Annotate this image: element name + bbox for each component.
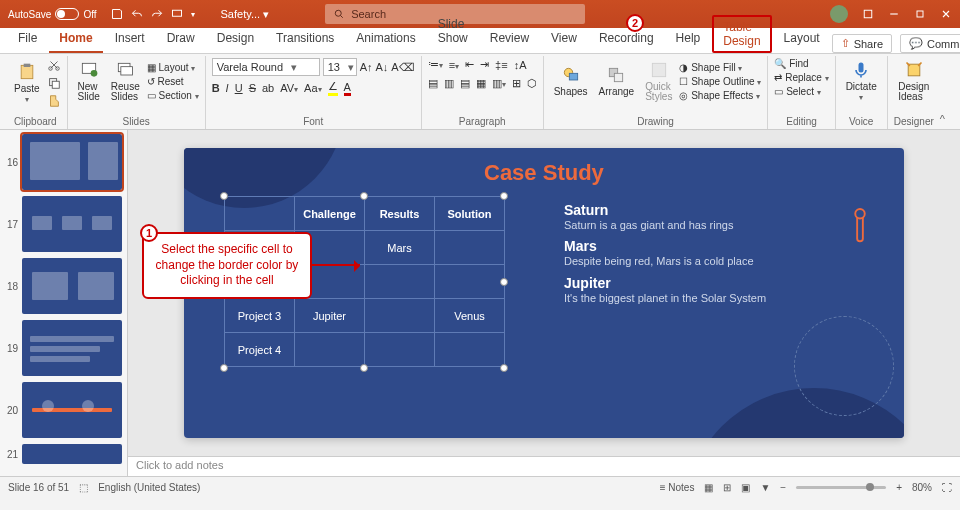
design-ideas-button[interactable]: Design Ideas [894, 58, 934, 104]
slide-indicator[interactable]: Slide 16 of 51 [8, 482, 69, 493]
tab-help[interactable]: Help [666, 27, 711, 53]
redo-icon[interactable] [151, 8, 163, 20]
comments-button[interactable]: 💬Comments [900, 34, 960, 53]
reuse-slides-button[interactable]: Reuse Slides [107, 58, 144, 104]
ribbon-options-icon[interactable] [862, 8, 874, 20]
bold-button[interactable]: B [212, 82, 220, 94]
tab-home[interactable]: Home [49, 27, 102, 53]
line-spacing-button[interactable]: ‡≡ [495, 59, 508, 71]
table-cell[interactable] [295, 333, 365, 367]
table-header[interactable]: Challenge [295, 197, 365, 231]
table-cell[interactable]: Project 4 [225, 333, 295, 367]
tab-animations[interactable]: Animations [346, 27, 425, 53]
tab-table-design[interactable]: Table Design [712, 15, 771, 53]
char-spacing-button[interactable]: AV▾ [280, 82, 298, 94]
view-sorter-icon[interactable]: ⊞ [723, 482, 731, 493]
thumbnail-16[interactable] [22, 134, 122, 190]
format-painter-icon[interactable] [47, 94, 61, 108]
tab-slideshow[interactable]: Slide Show [428, 13, 478, 53]
collapse-ribbon-icon[interactable]: ^ [940, 113, 952, 129]
tab-view[interactable]: View [541, 27, 587, 53]
tab-transitions[interactable]: Transitions [266, 27, 344, 53]
tab-design[interactable]: Design [207, 27, 264, 53]
align-left-button[interactable]: ▤ [428, 77, 438, 90]
language-indicator[interactable]: English (United States) [98, 482, 200, 493]
shape-fill-button[interactable]: ◑ Shape Fill ▾ [679, 62, 761, 73]
table-header[interactable]: Solution [435, 197, 505, 231]
tab-draw[interactable]: Draw [157, 27, 205, 53]
change-case-button[interactable]: Aa▾ [304, 82, 321, 94]
tab-layout[interactable]: Layout [774, 27, 830, 53]
thumbnail-19[interactable] [22, 320, 122, 376]
text-direction-button[interactable]: ↕A [514, 59, 527, 71]
italic-button[interactable]: I [226, 82, 229, 94]
highlight-button[interactable]: ∠ [328, 80, 338, 96]
grow-font-icon[interactable]: A↑ [360, 61, 373, 73]
selection-handle[interactable] [220, 364, 228, 372]
qat-more-icon[interactable]: ▾ [191, 10, 195, 19]
indent-dec-button[interactable]: ⇤ [465, 58, 474, 71]
align-right-button[interactable]: ▤ [460, 77, 470, 90]
slide-title[interactable]: Case Study [484, 160, 604, 186]
table-cell[interactable]: Project 3 [225, 299, 295, 333]
view-reading-icon[interactable]: ▣ [741, 482, 750, 493]
columns-button[interactable]: ▥▾ [492, 77, 506, 90]
bullets-button[interactable]: ≔▾ [428, 58, 443, 71]
reset-button[interactable]: ↺ Reset [147, 76, 199, 87]
thumbnail-17[interactable] [22, 196, 122, 252]
selection-handle[interactable] [500, 364, 508, 372]
table-cell[interactable] [365, 299, 435, 333]
shadow-button[interactable]: ab [262, 82, 274, 94]
new-slide-button[interactable]: New Slide [74, 58, 104, 104]
document-name[interactable]: Safety... ▾ [221, 8, 270, 21]
tab-review[interactable]: Review [480, 27, 539, 53]
font-color-button[interactable]: A [344, 81, 351, 96]
thumbnail-21[interactable] [22, 444, 122, 464]
save-icon[interactable] [111, 8, 123, 20]
shapes-button[interactable]: Shapes [550, 63, 592, 99]
justify-button[interactable]: ▦ [476, 77, 486, 90]
font-name-select[interactable]: Varela Round▾ [212, 58, 320, 76]
thumbnail-18[interactable] [22, 258, 122, 314]
zoom-in-button[interactable]: + [896, 482, 902, 493]
table-cell[interactable] [365, 265, 435, 299]
view-normal-icon[interactable]: ▦ [704, 482, 713, 493]
zoom-out-button[interactable]: − [780, 482, 786, 493]
notes-toggle[interactable]: ≡ Notes [660, 482, 695, 493]
fit-window-icon[interactable]: ⛶ [942, 482, 952, 493]
copy-icon[interactable] [47, 76, 61, 90]
strike-button[interactable]: S [249, 82, 256, 94]
paste-button[interactable]: Paste▾ [10, 60, 44, 106]
shrink-font-icon[interactable]: A↓ [376, 61, 389, 73]
table-cell[interactable] [365, 333, 435, 367]
undo-icon[interactable] [131, 8, 143, 20]
selection-handle[interactable] [360, 192, 368, 200]
maximize-icon[interactable] [914, 8, 926, 20]
table-cell[interactable]: Mars [365, 231, 435, 265]
table-cell[interactable] [435, 333, 505, 367]
table-cell[interactable] [435, 265, 505, 299]
dictate-button[interactable]: Dictate▾ [842, 58, 881, 104]
layout-button[interactable]: ▦ Layout ▾ [147, 62, 199, 73]
smartart-button[interactable]: ⬡ [527, 77, 537, 90]
zoom-level[interactable]: 80% [912, 482, 932, 493]
table-header[interactable]: Results [365, 197, 435, 231]
underline-button[interactable]: U [235, 82, 243, 94]
zoom-slider[interactable] [796, 486, 886, 489]
find-button[interactable]: 🔍 Find [774, 58, 828, 69]
table-cell[interactable]: Venus [435, 299, 505, 333]
autosave-toggle[interactable]: AutoSave Off [8, 8, 97, 20]
tab-file[interactable]: File [8, 27, 47, 53]
clear-format-icon[interactable]: A⌫ [391, 61, 414, 74]
replace-button[interactable]: ⇄ Replace ▾ [774, 72, 828, 83]
close-icon[interactable] [940, 8, 952, 20]
selection-handle[interactable] [500, 192, 508, 200]
align-center-button[interactable]: ▥ [444, 77, 454, 90]
section-button[interactable]: ▭ Section ▾ [147, 90, 199, 101]
table-cell[interactable] [435, 231, 505, 265]
thumbnail-20[interactable] [22, 382, 122, 438]
shape-outline-button[interactable]: ☐ Shape Outline ▾ [679, 76, 761, 87]
table-cell[interactable]: Jupiter [295, 299, 365, 333]
user-avatar[interactable] [830, 5, 848, 23]
selection-handle[interactable] [500, 278, 508, 286]
